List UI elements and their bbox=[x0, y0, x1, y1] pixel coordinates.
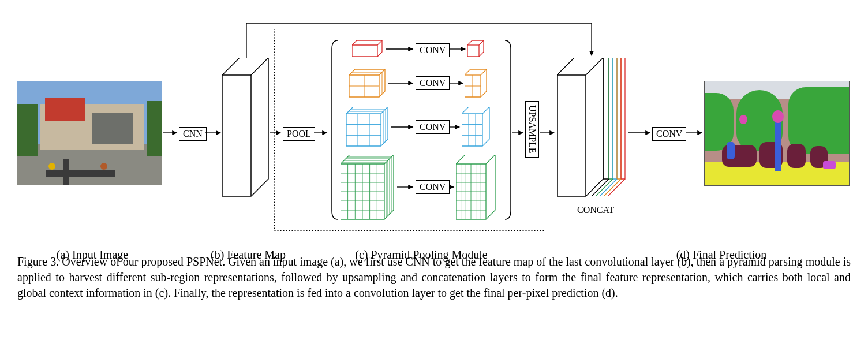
sublabel-c: (c) Pyramid Pooling Module bbox=[329, 248, 514, 262]
pspnet-diagram: CNN POOL CONV bbox=[17, 12, 851, 231]
sublabel-b: (b) Feature Map bbox=[190, 248, 306, 262]
sublabel-d: (d) Final Prediction bbox=[658, 248, 785, 262]
arrows bbox=[17, 12, 851, 231]
sublabel-a: (a) Input Image bbox=[40, 248, 144, 262]
